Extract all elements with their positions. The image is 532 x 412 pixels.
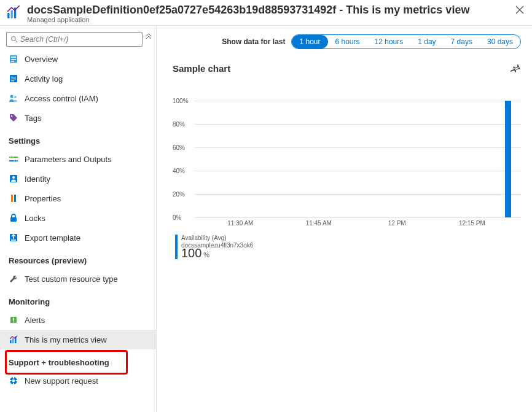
time-pill-30-days[interactable]: 30 days [480,35,520,49]
params-icon [9,154,18,164]
main-content: Show data for last 1 hour6 hours12 hours… [157,26,532,412]
y-tick: 100% [173,98,189,104]
svg-point-35 [12,379,15,382]
svg-point-15 [10,95,14,98]
sidebar-item-overview[interactable]: Overview [0,49,156,69]
sidebar-item-properties[interactable]: Properties [0,189,156,208]
grid-line [195,124,521,125]
svg-rect-24 [11,195,13,202]
pin-icon[interactable] [510,63,521,74]
grid-line [195,194,521,195]
page-subtitle: Managed application [27,16,515,23]
sidebar-item-test-custom-resource-type[interactable]: Test custom resource type [0,269,156,289]
sidebar-group-label: Monitoring [0,289,156,310]
sidebar-item-tags[interactable]: Tags [0,108,156,128]
svg-rect-0 [7,13,9,18]
sidebar-item-label: This is my metrics view [25,335,107,344]
svg-point-16 [14,96,17,98]
sidebar-group-label: Support + troubleshooting [0,349,156,371]
y-tick: 20% [173,191,185,198]
legend-series-name: Availability (Avg) [181,235,253,242]
svg-rect-32 [12,338,14,343]
x-tick: 11:30 AM [227,220,253,227]
sidebar-item-label: Overview [25,55,58,64]
sidebar-item-label: Identity [25,174,50,184]
grid-line [195,217,521,218]
sidebar-item-label: Export template [25,233,80,243]
time-pill-6-hours[interactable]: 6 hours [328,35,367,49]
sidebar-item-this-is-my-metrics-view[interactable]: This is my metrics view [0,330,156,349]
sidebar-item-label: Access control (IAM) [25,94,98,103]
sidebar-item-label: Locks [25,214,45,223]
sidebar-item-parameters-and-outputs[interactable]: Parameters and Outputs [0,149,156,169]
search-icon [10,36,18,43]
x-tick: 12:15 PM [459,220,485,227]
locks-icon [9,213,18,223]
svg-point-21 [14,160,17,162]
sidebar-item-identity[interactable]: Identity [0,169,156,189]
overview-icon [9,54,18,64]
alerts-icon [9,315,18,325]
sidebar-item-locks[interactable]: Locks [0,208,156,228]
sidebar-item-activity-log[interactable]: Activity log [0,69,156,88]
sidebar-item-access-control-iam-[interactable]: Access control (IAM) [0,88,156,108]
svg-rect-13 [11,79,16,79]
sidebar-item-label: Alerts [25,316,45,325]
metrics-icon [6,5,22,21]
svg-point-19 [10,156,13,158]
sidebar-item-label: Properties [25,194,61,203]
grid-line [195,101,521,101]
sidebar-item-label: Test custom resource type [25,274,118,284]
search-input-wrapper[interactable] [6,32,143,47]
legend-unit: % [203,251,209,258]
time-range-selector: 1 hour6 hours12 hours1 day7 days30 days [291,34,521,49]
identity-icon [9,174,18,184]
chart-area: 100%80%60%40%20%0% 11:30 AM11:45 AM12 PM… [173,101,521,230]
export-icon [9,233,18,243]
svg-rect-37 [13,383,14,385]
time-pill-1-hour[interactable]: 1 hour [292,35,327,49]
legend-value: 100 [181,246,201,260]
y-tick: 60% [173,144,185,151]
y-tick: 40% [173,168,185,174]
search-input[interactable] [20,35,138,44]
y-tick: 80% [173,121,185,128]
svg-rect-39 [16,380,18,381]
collapse-icon[interactable] [145,32,152,39]
properties-icon [9,193,18,203]
sidebar-item-export-template[interactable]: Export template [0,228,156,247]
svg-point-23 [12,176,15,179]
time-pill-1-day[interactable]: 1 day [410,35,443,49]
svg-line-6 [15,41,17,42]
legend-color-swatch [175,235,178,259]
time-pill-12-hours[interactable]: 12 hours [367,35,411,49]
svg-rect-26 [10,217,17,222]
sidebar-group-label: Settings [0,128,156,149]
y-tick: 0% [173,214,181,221]
sidebar-item-new-support-request[interactable]: New support request [0,371,156,391]
sidebar-group-label: Resources (preview) [0,247,156,269]
svg-rect-38 [10,380,12,381]
x-tick: 11:45 AM [306,220,332,227]
svg-rect-14 [11,80,14,81]
svg-rect-8 [11,56,16,58]
sidebar-item-alerts[interactable]: Alerts [0,310,156,330]
svg-point-5 [12,37,16,41]
close-icon[interactable] [515,5,525,15]
chart-title: Sample chart [173,63,510,74]
sidebar-item-label: Activity log [25,74,63,84]
x-tick: 12 PM [388,220,406,227]
time-pill-7-days[interactable]: 7 days [444,35,480,49]
tags-icon [9,113,18,123]
support-icon [9,376,18,386]
sidebar-item-label: Parameters and Outputs [25,155,112,164]
svg-rect-9 [11,59,16,60]
sidebar-item-label: New support request [25,376,98,386]
sidebar-item-label: Tags [25,114,41,123]
blade-header: docsSampleDefinition0ef25a0727e54263b19d… [0,0,532,26]
svg-rect-36 [13,377,14,379]
svg-rect-31 [10,340,12,343]
time-range-label: Show data for last [222,37,285,46]
page-title: docsSampleDefinition0ef25a0727e54263b19d… [27,4,515,16]
svg-rect-1 [11,10,13,18]
